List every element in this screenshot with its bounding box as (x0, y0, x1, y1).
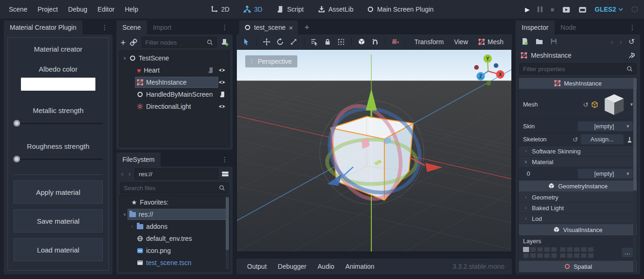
add-node-button[interactable]: + (121, 38, 126, 47)
list-select-button[interactable] (308, 36, 321, 47)
assign-skeleton-button[interactable]: Assign... (581, 134, 624, 144)
menu-editor[interactable]: Editor (93, 0, 120, 19)
material-0-dropdown[interactable]: [empty] ▾ (578, 169, 633, 179)
tree-row-testscene[interactable]: ∨ TestScene (120, 52, 229, 64)
tab-node[interactable]: Node (555, 20, 582, 34)
category-geometry[interactable]: › Geometry (519, 192, 637, 203)
category-material[interactable]: ∨ Material (519, 157, 637, 167)
load-material-button[interactable]: Load material (13, 238, 103, 261)
mesh-preview[interactable] (601, 92, 627, 117)
play-scene-button[interactable] (562, 5, 570, 13)
history-back-icon[interactable]: ‹ (611, 38, 613, 46)
transform-menu[interactable]: Transform (409, 38, 448, 46)
apply-material-button[interactable]: Apply material (13, 180, 103, 204)
tree-row-meshinstance[interactable]: MeshInstance (120, 76, 229, 88)
tree-row-res-root[interactable]: ∨ res:// (120, 208, 229, 220)
tab-material-creator-plugin[interactable]: Material Creator Plugin (4, 20, 82, 34)
nav-back-icon[interactable]: ‹ (120, 169, 125, 179)
tree-row-default-env[interactable]: default_env.tres (120, 232, 229, 245)
collapse-icon[interactable]: ∨ (122, 212, 127, 217)
select-mode-button[interactable] (240, 36, 253, 47)
dock-menu-icon[interactable]: ⋮ (97, 20, 113, 34)
view-menu[interactable]: View (449, 38, 473, 46)
workspace-2d[interactable]: 2D (210, 6, 229, 13)
play-custom-scene-button[interactable] (578, 5, 587, 13)
workspace-main-screen-plugin[interactable]: Main Screen Plugin (367, 6, 433, 13)
local-space-button[interactable] (356, 36, 368, 47)
history-forward-icon[interactable]: › (620, 38, 622, 46)
workspace-script[interactable]: Script (276, 6, 304, 13)
selected-folder[interactable]: res:// (127, 209, 227, 220)
filter-nodes-input[interactable] (145, 39, 204, 46)
rotate-mode-button[interactable] (274, 36, 287, 47)
current-path-input[interactable] (139, 171, 215, 178)
search-files-input[interactable] (124, 185, 216, 192)
scale-mode-button[interactable] (288, 36, 300, 47)
category-software-skinning[interactable]: › Software Skinning (519, 146, 637, 157)
visibility-eye-icon[interactable] (218, 66, 226, 74)
new-scene-tab-button[interactable]: + (300, 20, 314, 34)
load-resource-icon[interactable] (536, 38, 543, 45)
pick-node-icon[interactable] (626, 136, 633, 143)
lock-selected-button[interactable] (322, 36, 334, 47)
attach-script-button[interactable] (221, 39, 228, 46)
extra-tools-button[interactable] (628, 52, 635, 59)
expand-icon[interactable]: › (129, 224, 135, 229)
menu-help[interactable]: Help (120, 0, 143, 19)
collapse-icon[interactable]: ∨ (122, 56, 127, 60)
tab-import[interactable]: Import (147, 20, 178, 34)
albedo-color-picker[interactable] (21, 78, 95, 91)
roughness-strength-slider[interactable] (13, 156, 103, 162)
scrollbar[interactable] (226, 196, 229, 270)
filter-properties-input[interactable] (523, 66, 624, 73)
tree-row-icon-png[interactable]: icon.png (120, 245, 229, 257)
revert-icon[interactable]: ↺ (572, 136, 578, 143)
audio-panel-button[interactable]: Audio (313, 263, 340, 270)
dock-menu-icon[interactable]: ⋮ (217, 20, 233, 34)
script-icon[interactable] (208, 67, 214, 73)
workspace-assetlib[interactable]: AssetLib (318, 6, 354, 13)
perspective-menu-button[interactable]: ⋮ Perspective (245, 55, 297, 67)
object-history-icon[interactable]: ↺ (629, 37, 635, 46)
layers-checkbox-grid[interactable] (523, 247, 594, 258)
instance-scene-button[interactable] (130, 39, 137, 46)
revert-icon[interactable]: ↺ (583, 101, 589, 108)
move-mode-button[interactable] (261, 36, 273, 47)
debugger-panel-button[interactable]: Debugger (273, 263, 312, 270)
category-transform[interactable]: › Transform (519, 272, 637, 273)
dock-menu-icon[interactable]: ⋮ (217, 153, 233, 166)
split-mode-button[interactable] (221, 170, 229, 178)
tree-row-handledbymainscreen[interactable]: HandledByMainScreen (120, 88, 229, 100)
new-resource-icon[interactable] (521, 38, 529, 45)
tab-filesystem[interactable]: FileSystem (116, 153, 161, 166)
tree-row-favorites[interactable]: ★ Favorites: (120, 196, 229, 208)
tree-row-addons[interactable]: › addons (120, 220, 229, 232)
nav-forward-icon[interactable]: › (127, 169, 132, 179)
stop-button[interactable]: ■ (550, 6, 554, 13)
animation-panel-button[interactable]: Animation (340, 263, 379, 270)
pause-button[interactable] (537, 7, 543, 12)
scene-tab-test-scene[interactable]: test_scene × (239, 20, 298, 34)
tree-row-directionallight[interactable]: DirectionalLight (120, 100, 229, 113)
group-selected-button[interactable] (335, 36, 348, 47)
script-icon[interactable] (219, 91, 226, 98)
tab-scene[interactable]: Scene (116, 20, 147, 34)
category-lod[interactable]: › Lod (519, 213, 637, 224)
save-resource-icon[interactable] (550, 38, 557, 45)
tab-inspector[interactable]: Inspector (516, 20, 555, 34)
skin-value-dropdown[interactable]: [empty] ▾ (578, 121, 633, 131)
scrollbar-thumb[interactable] (226, 197, 229, 250)
close-tab-icon[interactable]: × (289, 24, 293, 32)
output-panel-button[interactable]: Output (242, 263, 272, 270)
play-button[interactable]: ▶ (525, 6, 530, 13)
save-material-button[interactable]: Save material (13, 209, 103, 232)
snap-toggle-button[interactable] (369, 36, 382, 47)
inspector-scrollbar[interactable] (633, 78, 637, 272)
dropdown-icon[interactable]: ▾ (630, 101, 633, 107)
selected-node[interactable]: MeshInstance (135, 77, 218, 88)
mesh-menu[interactable]: Mesh (474, 38, 508, 46)
tree-row-heart[interactable]: ♥ Heart (120, 64, 229, 76)
visibility-eye-icon[interactable] (218, 79, 226, 86)
3d-viewport[interactable]: ⋮ Perspective Y X Z (236, 49, 512, 252)
metallic-strength-slider[interactable] (13, 120, 103, 126)
